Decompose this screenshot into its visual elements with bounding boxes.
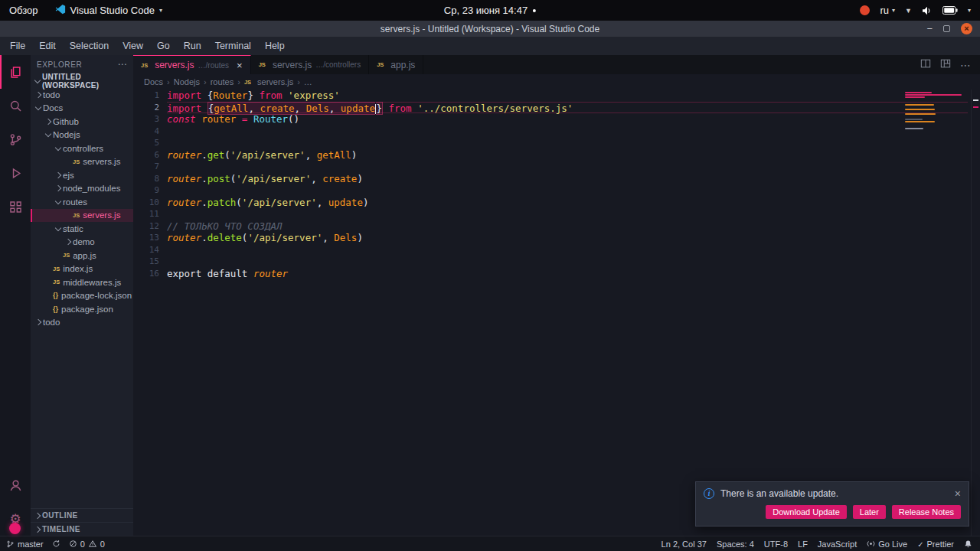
tree-item-servers-js[interactable]: JSservers.js (31, 209, 133, 223)
source-control-icon[interactable] (0, 122, 31, 156)
timeline-section[interactable]: TIMELINE (31, 522, 133, 536)
go-live-icon (867, 540, 875, 548)
download-update-button[interactable]: Download Update (766, 505, 846, 519)
close-button[interactable]: × (961, 23, 972, 34)
tree-item-todo[interactable]: todo (31, 316, 133, 330)
status-item-bell[interactable] (964, 540, 972, 548)
battery-icon[interactable] (942, 6, 958, 15)
code-line-13[interactable]: 13router.delete('/api/server', Dels) (133, 232, 980, 244)
explorer-icon[interactable] (0, 55, 31, 89)
breadcrumb-docs[interactable]: Docs (144, 77, 163, 86)
tree-item-github[interactable]: Github (31, 115, 133, 129)
code-line-2[interactable]: 2import {getAll, create, Dels, update} f… (133, 102, 980, 114)
status-item-ln-2-col-37[interactable]: Ln 2, Col 37 (662, 540, 707, 549)
status-item-prettier[interactable]: ✓Prettier (917, 540, 954, 549)
code-line-15[interactable]: 15 (133, 256, 980, 268)
input-dropdown-icon[interactable]: ▼ (905, 7, 912, 15)
code-line-5[interactable]: 5 (133, 137, 980, 149)
chevron-down-icon[interactable]: ▾ (968, 7, 971, 14)
minimize-button[interactable]: − (926, 24, 933, 34)
tree-item-ejs[interactable]: ejs (31, 168, 133, 182)
tree-item-controllers[interactable]: controllers (31, 142, 133, 155)
more-actions-icon[interactable]: ⋯ (960, 60, 971, 70)
git-branch-item[interactable]: master (6, 540, 44, 549)
menu-file[interactable]: File (3, 37, 32, 55)
breadcrumb-[interactable]: … (304, 77, 312, 86)
menu-selection[interactable]: Selection (63, 37, 116, 55)
status-item-utf-8[interactable]: UTF-8 (764, 540, 788, 549)
explorer-more-actions-icon[interactable]: ⋯ (117, 59, 127, 70)
system-tray[interactable]: ru ▾ ▼ ▾ (860, 0, 980, 21)
tree-item-index-js[interactable]: JSindex.js (31, 262, 133, 276)
code-line-11[interactable]: 11 (133, 208, 980, 220)
workspace-root-row[interactable]: UNTITLED (WORKSPACE) (31, 73, 133, 88)
sync-changes-item[interactable] (52, 540, 60, 548)
breadcrumb[interactable]: Docs›Nodejs›routes›JSservers.js›… (133, 74, 980, 90)
code-line-1[interactable]: 1import {Router} from 'express' (133, 90, 980, 102)
extensions-icon[interactable] (0, 190, 31, 223)
code-line-3[interactable]: 3const router = Router() (133, 113, 980, 126)
tree-item-middlewares-js[interactable]: JSmiddlewares.js (31, 276, 133, 289)
code-line-12[interactable]: 12// ТОЛЬКО ЧТО СОЗДАЛ (133, 220, 980, 233)
breadcrumb-nodejs[interactable]: Nodejs (174, 77, 200, 86)
tree-item-docs[interactable]: Docs (31, 102, 133, 116)
release-notes-button[interactable]: Release Notes (892, 505, 961, 519)
tree-item-package-lock-json[interactable]: {}package-lock.json (31, 289, 133, 303)
later-button[interactable]: Later (853, 505, 886, 519)
menu-terminal[interactable]: Terminal (208, 37, 258, 55)
breadcrumb-routes[interactable]: routes (211, 77, 234, 86)
window-title-bar[interactable]: servers.js - Untitled (Workspace) - Visu… (0, 21, 980, 37)
search-icon[interactable] (0, 89, 31, 122)
run-debug-icon[interactable] (0, 156, 31, 190)
minimap[interactable] (905, 92, 966, 130)
code-line-8[interactable]: 8router.post('/api/server', create) (133, 173, 980, 185)
activities-button[interactable]: Обзор (0, 0, 47, 21)
tree-item-servers-js[interactable]: JSservers.js (31, 155, 133, 169)
tree-item-static[interactable]: static (31, 222, 133, 236)
code-line-7[interactable]: 7 (133, 161, 980, 173)
tree-item-app-js[interactable]: JSapp.js (31, 249, 133, 262)
status-item-go-live[interactable]: Go Live (867, 540, 907, 549)
overview-ruler[interactable] (971, 90, 980, 536)
tree-item-todo[interactable]: todo (31, 88, 133, 102)
code-line-6[interactable]: 6router.get('/api/server', getAll) (133, 149, 980, 161)
status-item-spaces-4[interactable]: Spaces: 4 (717, 540, 754, 549)
maximize-button[interactable] (943, 25, 950, 32)
status-item-lf[interactable]: LF (798, 540, 808, 549)
pink-notification-badge[interactable] (9, 523, 21, 534)
menu-edit[interactable]: Edit (32, 37, 63, 55)
editor-layout-icon[interactable] (940, 58, 951, 72)
code-line-9[interactable]: 9 (133, 184, 980, 197)
app-menu-button[interactable]: Visual Studio Code ▾ (47, 0, 170, 21)
close-tab-icon[interactable]: × (237, 60, 243, 70)
accounts-icon[interactable] (0, 468, 31, 502)
tab-servers-js[interactable]: JSservers.js…/routes× (133, 55, 251, 74)
tree-item-demo[interactable]: demo (31, 236, 133, 249)
toast-close-icon[interactable]: × (955, 488, 961, 499)
tab-servers-js[interactable]: JSservers.js…/controllers (251, 55, 369, 74)
split-editor-icon[interactable] (920, 58, 931, 72)
tab-app-js[interactable]: JSapp.js (369, 55, 423, 74)
tree-item-nodejs[interactable]: Nodejs (31, 129, 133, 142)
clock-button[interactable]: Ср, 23 июня 14:47 (444, 0, 536, 21)
breadcrumb-servers-js[interactable]: JSservers.js (244, 77, 293, 86)
tree-item-package-json[interactable]: {}package.json (31, 302, 133, 316)
menu-run[interactable]: Run (177, 37, 208, 55)
tree-item-routes[interactable]: routes (31, 195, 133, 209)
code-editor[interactable]: 1import {Router} from 'express'2import {… (133, 90, 980, 536)
toast-header: i There is an available update. × (696, 482, 969, 504)
outline-section[interactable]: OUTLINE (31, 508, 133, 522)
code-line-4[interactable]: 4 (133, 126, 980, 138)
update-indicator-icon[interactable] (860, 5, 870, 15)
problems-item[interactable]: 0 0 (69, 540, 105, 549)
menu-help[interactable]: Help (258, 37, 292, 55)
menu-view[interactable]: View (116, 37, 150, 55)
menu-go[interactable]: Go (150, 37, 177, 55)
status-item-javascript[interactable]: JavaScript (818, 540, 857, 549)
code-line-14[interactable]: 14 (133, 244, 980, 256)
code-line-10[interactable]: 10router.patch('/api/server', update) (133, 197, 980, 209)
tree-item-node-modules[interactable]: node_modules (31, 182, 133, 196)
volume-icon[interactable] (922, 6, 933, 15)
code-line-16[interactable]: 16export default router (133, 268, 980, 280)
keyboard-layout-indicator[interactable]: ru ▾ (880, 5, 895, 16)
